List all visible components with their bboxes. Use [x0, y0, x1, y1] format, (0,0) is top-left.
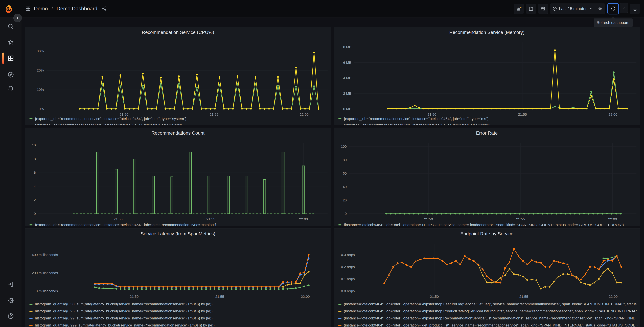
legend-item[interactable]: histogram_quantile(0.99, sum(rate(latenc…	[30, 315, 329, 322]
legend-label: histogram_quantile(0.95, sum(rate(latenc…	[35, 309, 212, 314]
svg-text:22:00: 22:00	[609, 294, 618, 298]
legend-label: histogram_quantile(0.50, sum(rate(latenc…	[35, 302, 212, 306]
legend-swatch	[338, 118, 342, 119]
svg-text:4: 4	[34, 184, 36, 188]
panel-recommendation-memory[interactable]: 0 MB2 MB4 MB6 MB8 MB21:5021:5522:00 Reco…	[334, 27, 640, 125]
legend-swatch	[338, 125, 342, 125]
legend-swatch	[338, 318, 342, 319]
sidebar-item-help[interactable]	[0, 308, 22, 324]
sidebar-item-dashboards[interactable]	[0, 50, 22, 66]
top-nav: Demo / Demo Dashboard	[0, 0, 644, 18]
kiosk-mode-button[interactable]	[630, 4, 640, 14]
svg-text:400 milliseconds: 400 milliseconds	[32, 253, 58, 257]
svg-text:21:55: 21:55	[206, 217, 215, 221]
dashboards-grid-icon	[26, 6, 30, 11]
legend-item[interactable]: {exported_job="recommendationservice", i…	[30, 222, 329, 226]
star-icon	[8, 39, 14, 46]
legend-label: {instance="otelcol:9464", job="otel", op…	[344, 309, 638, 314]
legend-swatch	[338, 224, 342, 226]
svg-text:6: 6	[34, 170, 36, 174]
svg-text:0: 0	[34, 212, 36, 216]
refresh-interval-dropdown[interactable]	[620, 3, 628, 13]
legend-label: histogram_quantile(0.999, sum(rate(laten…	[35, 323, 214, 327]
svg-text:0 milliseconds: 0 milliseconds	[36, 289, 58, 293]
svg-text:6 MB: 6 MB	[343, 60, 352, 64]
legend-item[interactable]: {instance="otelcol:9464", job="otel", op…	[338, 301, 638, 308]
share-icon[interactable]	[102, 6, 107, 11]
legend-item[interactable]: {exported_job="recommendationservice", i…	[30, 122, 329, 125]
svg-text:21:55: 21:55	[216, 294, 224, 298]
svg-text:21:55: 21:55	[520, 294, 528, 298]
panel-legend: histogram_quantile(0.50, sum(rate(latenc…	[30, 301, 329, 327]
sidebar-item-sign-in[interactable]	[0, 276, 22, 292]
gear-icon	[8, 297, 14, 304]
svg-text:22:00: 22:00	[301, 294, 310, 298]
chart: 02040608010021:5021:5522:00	[334, 128, 640, 226]
panel-endpoint-rate[interactable]: 0.0 req/s0.1 req/s0.2 req/s0.3 req/s21:5…	[334, 228, 640, 327]
svg-text:21:50: 21:50	[430, 294, 439, 298]
breadcrumb-separator: /	[51, 6, 53, 12]
legend-item[interactable]: histogram_quantile(0.50, sum(rate(latenc…	[30, 301, 329, 308]
panel-title[interactable]: Error Rate	[334, 130, 640, 136]
panel-title[interactable]: Recommendation Service (Memory)	[334, 30, 640, 35]
legend-item[interactable]: histogram_quantile(0.999, sum(rate(laten…	[30, 322, 329, 327]
panel-error-rate[interactable]: 02040608010021:5021:5522:00 Error Rate {…	[334, 128, 640, 226]
refresh-button-outline	[608, 3, 619, 14]
legend-item[interactable]: {instance="otelcol:9464", job="otel", op…	[338, 308, 638, 315]
tooltip-refresh-dashboard: Refresh dashboard	[594, 18, 632, 27]
chevron-down-icon	[622, 6, 626, 10]
svg-text:2 MB: 2 MB	[343, 92, 352, 95]
compass-icon	[8, 71, 14, 78]
legend-swatch	[30, 125, 32, 125]
legend-item[interactable]: histogram_quantile(0.95, sum(rate(latenc…	[30, 308, 329, 315]
breadcrumb-section[interactable]: Demo	[34, 6, 48, 12]
active-indicator	[2, 52, 4, 64]
sidebar-item-explore[interactable]	[0, 67, 22, 83]
legend-item[interactable]: {instance="otelcol:9464", job="otel", op…	[338, 222, 638, 226]
svg-text:21:55: 21:55	[516, 217, 525, 221]
panel-title[interactable]: Recommendations Count	[25, 130, 331, 136]
legend-label: {exported_job="recommendationservice", i…	[344, 123, 490, 125]
sign-in-icon	[8, 281, 14, 288]
add-panel-button[interactable]	[514, 4, 524, 14]
panel-title[interactable]: Endpoint Rate by Service	[334, 231, 640, 236]
time-range-picker[interactable]: Last 15 minutes	[550, 4, 595, 14]
legend-item[interactable]: {exported_job="recommendationservice", i…	[338, 122, 638, 125]
svg-text:20: 20	[343, 198, 347, 202]
svg-text:40: 40	[343, 185, 347, 189]
panel-legend: {instance="otelcol:9464", job="otel", op…	[338, 222, 638, 226]
sidebar	[0, 0, 22, 327]
breadcrumb-page-title[interactable]: Demo Dashboard	[56, 6, 97, 12]
save-dashboard-button[interactable]	[526, 4, 536, 14]
legend-item[interactable]: {exported_job="recommendationservice", i…	[30, 116, 329, 122]
chevron-right-icon	[16, 16, 20, 20]
sidebar-item-starred[interactable]	[0, 34, 22, 50]
panel-service-latency[interactable]: 0 milliseconds200 milliseconds400 millis…	[25, 228, 331, 327]
svg-text:22:00: 22:00	[299, 217, 308, 221]
svg-text:0%: 0%	[39, 107, 44, 111]
legend-item[interactable]: {exported_job="recommendationservice", i…	[338, 116, 638, 122]
panel-title[interactable]: Recommendation Service (CPU%)	[25, 30, 331, 35]
panel-recommendation-cpu[interactable]: 0%10%20%30%21:5021:5522:00 Recommendatio…	[25, 27, 331, 125]
grafana-logo[interactable]	[4, 4, 13, 13]
dashboard-settings-button[interactable]	[538, 4, 548, 14]
svg-text:0: 0	[345, 212, 347, 216]
zoom-out-time-button[interactable]	[595, 4, 605, 14]
sidebar-expand-button[interactable]	[14, 14, 22, 22]
sidebar-item-alerting[interactable]	[0, 80, 22, 97]
svg-text:0.2 req/s: 0.2 req/s	[341, 265, 355, 269]
legend-label: {instance="otelcol:9464", job="otel", op…	[344, 323, 638, 327]
bell-icon	[8, 85, 14, 92]
svg-text:100: 100	[341, 144, 347, 148]
legend-item[interactable]: {instance="otelcol:9464", job="otel", op…	[338, 315, 638, 322]
legend-item[interactable]: {instance="otelcol:9464", job="otel", op…	[338, 322, 638, 327]
sidebar-item-server-admin[interactable]	[0, 292, 22, 308]
panel-recommendations-count[interactable]: 024681021:5021:5522:00 Recommendations C…	[25, 128, 331, 226]
svg-text:10: 10	[32, 143, 36, 147]
svg-text:80: 80	[343, 158, 347, 162]
legend-swatch	[30, 118, 32, 119]
legend-label: {instance="otelcol:9464", job="otel", op…	[344, 316, 638, 320]
refresh-button[interactable]	[608, 4, 618, 14]
panel-legend: {exported_job="recommendationservice", i…	[30, 116, 329, 125]
panel-title[interactable]: Service Latency (from SpanMetrics)	[25, 231, 331, 236]
